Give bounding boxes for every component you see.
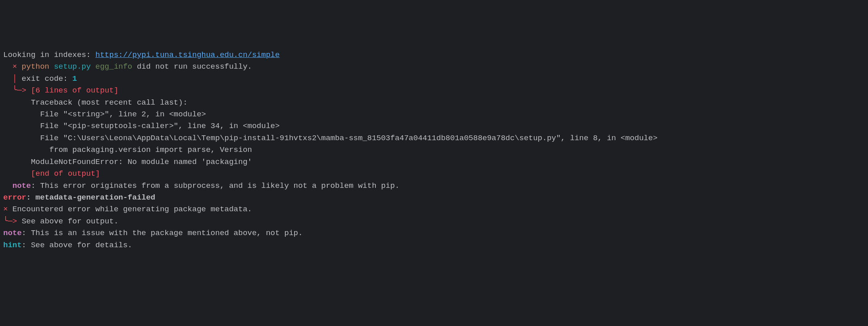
hint-text: : See above for details. bbox=[22, 241, 133, 250]
error-marker: × bbox=[3, 62, 22, 71]
error-name: metadata-generation-failed bbox=[36, 193, 155, 202]
output-line: hint: See above for details. bbox=[3, 240, 865, 251]
egg-info: egg_info bbox=[91, 62, 133, 71]
error-marker: × bbox=[3, 205, 13, 214]
note-text: : This is an issue with the package ment… bbox=[22, 229, 303, 238]
output-line: × Encountered error while generating pac… bbox=[3, 204, 865, 215]
output-line: Looking in indexes: https://pypi.tuna.ts… bbox=[3, 49, 865, 61]
error-summary: Encountered error while generating packa… bbox=[13, 205, 252, 214]
output-line: │ exit code: 1 bbox=[3, 73, 865, 85]
error-label: error bbox=[3, 193, 26, 202]
pipe-marker: │ bbox=[3, 74, 22, 83]
python-cmd: python bbox=[22, 62, 49, 71]
hint-label: hint bbox=[3, 241, 22, 250]
note-label: note bbox=[13, 181, 31, 190]
output-header: [6 lines of output] bbox=[31, 86, 118, 95]
arrow-marker: ╰─> bbox=[3, 217, 22, 226]
traceback-line: File "<pip-setuptools-caller>", line 34,… bbox=[3, 120, 865, 132]
traceback-line: File "<string>", line 2, in <module> bbox=[3, 109, 865, 120]
output-line: error: metadata-generation-failed bbox=[3, 192, 865, 204]
output-line: note: This is an issue with the package … bbox=[3, 227, 865, 239]
indent bbox=[3, 181, 13, 190]
note-text: : This error originates from a subproces… bbox=[31, 181, 399, 190]
traceback-line: from packaging.version import parse, Ver… bbox=[3, 144, 865, 156]
see-above: See above for output. bbox=[22, 217, 118, 226]
arrow-marker: ╰─> bbox=[3, 86, 31, 95]
traceback-line: Traceback (most recent call last): bbox=[3, 97, 865, 109]
exit-code: 1 bbox=[72, 74, 77, 83]
text: did not run successfully. bbox=[132, 62, 252, 71]
traceback-line: File "C:\Users\Leona\AppData\Local\Temp\… bbox=[3, 133, 865, 144]
output-footer: [end of output] bbox=[31, 169, 100, 178]
output-line: note: This error originates from a subpr… bbox=[3, 180, 865, 192]
note-label: note bbox=[3, 229, 22, 238]
exit-label: exit code: bbox=[22, 74, 72, 83]
colon: : bbox=[26, 193, 36, 202]
setup-py: setup.py bbox=[49, 62, 91, 71]
output-line: ╰─> [6 lines of output] bbox=[3, 85, 865, 97]
indent bbox=[3, 169, 31, 178]
text: Looking in indexes: bbox=[3, 50, 95, 59]
output-line: [end of output] bbox=[3, 168, 865, 180]
error-message: ModuleNotFoundError: No module named 'pa… bbox=[3, 156, 865, 168]
terminal-output: Looking in indexes: https://pypi.tuna.ts… bbox=[3, 49, 865, 251]
index-url-link[interactable]: https://pypi.tuna.tsinghua.edu.cn/simple bbox=[95, 50, 280, 59]
output-line: × python setup.py egg_info did not run s… bbox=[3, 61, 865, 73]
output-line: ╰─> See above for output. bbox=[3, 216, 865, 227]
